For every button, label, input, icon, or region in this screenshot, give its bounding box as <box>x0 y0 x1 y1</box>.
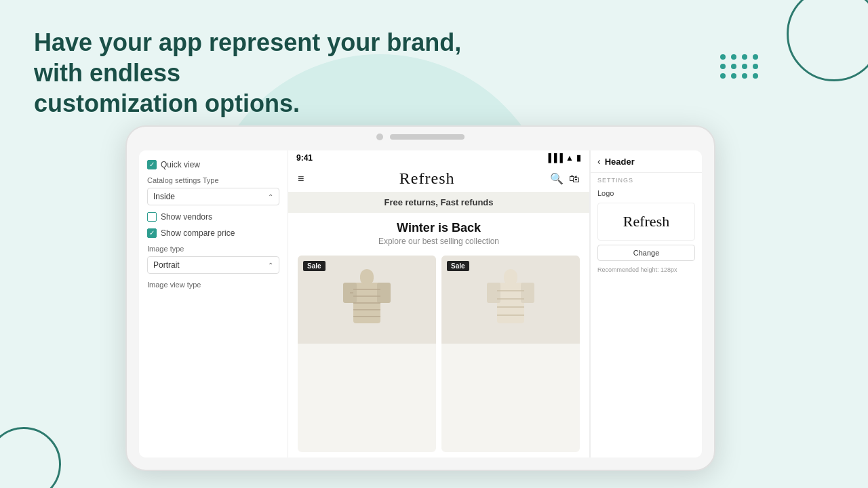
svg-rect-12 <box>521 283 534 303</box>
tablet-screen: ✓ Quick view Catalog settings Type Insid… <box>139 150 702 458</box>
svg-rect-13 <box>504 269 517 285</box>
tablet-status-bar <box>390 134 465 140</box>
show-vendors-label: Show vendors <box>161 212 212 222</box>
signal-icon: ▐▐▐ <box>546 153 564 163</box>
dot <box>731 54 736 60</box>
show-vendors-row[interactable]: Show vendors <box>147 212 279 222</box>
hero-subtitle: Explore our best selling collection <box>298 237 580 246</box>
sweater-svg-2 <box>487 269 534 330</box>
product-grid: Sale <box>288 250 589 458</box>
show-compare-checkbox[interactable]: ✓ <box>147 228 157 238</box>
sale-badge-1: Sale <box>303 261 326 271</box>
brand-name: Refresh <box>399 169 455 188</box>
product-card-2[interactable]: Sale <box>441 256 580 452</box>
dot <box>753 64 758 69</box>
headline: Have your app represent your brand, with… <box>34 27 481 119</box>
dot <box>731 64 736 69</box>
quick-view-row[interactable]: ✓ Quick view <box>147 160 279 169</box>
dot <box>742 54 747 60</box>
logo-label: Logo <box>591 186 702 200</box>
status-icons: ▐▐▐ ▲ ▮ <box>546 153 581 163</box>
checkmark-icon: ✓ <box>149 161 155 168</box>
show-vendors-checkbox[interactable] <box>147 212 157 222</box>
tablet-frame: ✓ Quick view Catalog settings Type Insid… <box>125 125 715 471</box>
right-panel-header: ‹ Header <box>591 150 702 173</box>
headline-text: Have your app represent your brand, with… <box>34 28 461 87</box>
dot <box>720 64 726 69</box>
change-logo-button[interactable]: Change <box>597 245 695 261</box>
image-type-label: Image type <box>147 245 279 253</box>
image-view-label: Image view type <box>147 281 279 289</box>
dot <box>720 73 726 79</box>
quick-view-label: Quick view <box>161 160 200 169</box>
headline-text-2: customization options. <box>34 89 300 117</box>
tablet-home-dot <box>376 134 383 140</box>
show-compare-row[interactable]: ✓ Show compare price <box>147 228 279 238</box>
select-arrow-icon: ⌃ <box>268 193 273 201</box>
svg-rect-10 <box>497 283 524 323</box>
dot <box>742 73 747 79</box>
dot <box>742 64 747 69</box>
logo-text: Refresh <box>604 213 689 230</box>
left-settings-panel: ✓ Quick view Catalog settings Type Insid… <box>139 150 288 458</box>
image-type-select[interactable]: Portrait ⌃ <box>147 256 279 274</box>
cart-icon[interactable]: 🛍 <box>569 173 580 185</box>
bg-circle-top-right <box>787 0 868 81</box>
app-header: ≡ Refresh 🔍 🛍 <box>288 165 589 192</box>
phone-screen: 9:41 ▐▐▐ ▲ ▮ ≡ Refresh 🔍 🛍 Free returns,… <box>288 150 590 458</box>
settings-tag: SETTINGS <box>591 173 702 186</box>
quick-view-checkbox[interactable]: ✓ <box>147 160 157 169</box>
bg-circle-bottom-left <box>0 427 61 488</box>
phone-status-bar: 9:41 ▐▐▐ ▲ ▮ <box>288 150 589 165</box>
dot <box>720 54 726 60</box>
catalog-type-select[interactable]: Inside ⌃ <box>147 188 279 205</box>
sweater-svg-1 <box>343 269 391 330</box>
wifi-icon: ▲ <box>566 153 574 163</box>
hamburger-icon[interactable]: ≡ <box>298 173 304 185</box>
status-time: 9:41 <box>296 153 313 163</box>
catalog-type-value: Inside <box>153 192 175 201</box>
panel-title: Header <box>605 157 635 167</box>
product-card-1[interactable]: Sale <box>298 256 436 452</box>
image-type-value: Portrait <box>153 260 180 270</box>
dot <box>753 73 758 79</box>
svg-rect-3 <box>360 269 374 285</box>
catalog-settings-label: Catalog settings Type <box>147 176 279 184</box>
logo-preview: Refresh <box>597 203 695 241</box>
dot <box>753 54 758 60</box>
promo-banner: Free returns, Fast refunds <box>288 192 589 213</box>
recommended-height-text: Recommended height: 128px <box>591 265 702 274</box>
svg-rect-2 <box>377 283 391 303</box>
show-compare-label: Show compare price <box>161 228 235 238</box>
svg-rect-11 <box>487 283 500 303</box>
select-arrow-icon-2: ⌃ <box>268 262 273 269</box>
search-icon[interactable]: 🔍 <box>550 172 564 185</box>
right-settings-panel: ‹ Header SETTINGS Logo Refresh Change Re… <box>590 150 702 458</box>
header-action-icons: 🔍 🛍 <box>550 172 580 185</box>
battery-icon: ▮ <box>576 153 581 163</box>
hero-section: Winter is Back Explore our best selling … <box>288 213 589 250</box>
checkmark-icon-2: ✓ <box>149 230 155 237</box>
sale-badge-2: Sale <box>447 261 469 271</box>
tablet-notch <box>376 134 465 140</box>
hero-title: Winter is Back <box>298 221 580 235</box>
back-arrow-icon[interactable]: ‹ <box>597 156 601 167</box>
dot <box>731 73 736 79</box>
dots-grid <box>720 54 760 79</box>
